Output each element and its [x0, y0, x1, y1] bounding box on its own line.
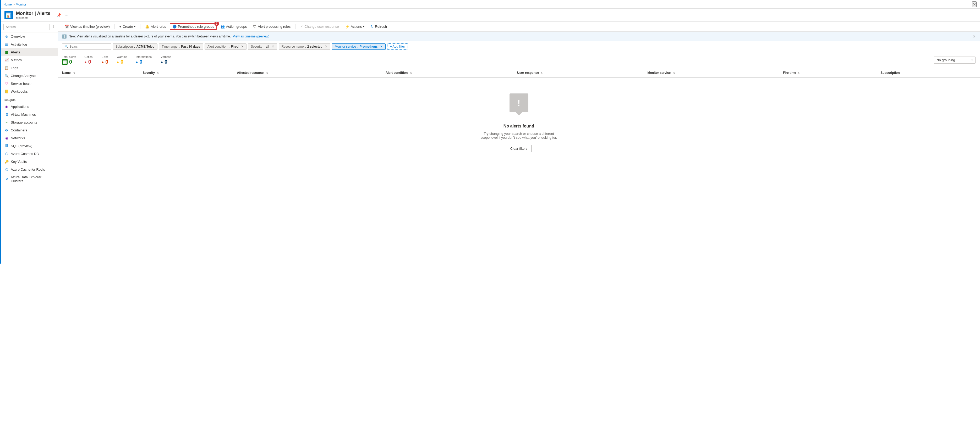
sidebar-item-overview[interactable]: ⊙ Overview [0, 32, 57, 40]
resource-name-filter-chip[interactable]: Resource name : 2 selected ✕ [279, 43, 330, 50]
sidebar-item-metrics[interactable]: 📈 Metrics [0, 56, 57, 64]
sidebar-item-alerts[interactable]: ▦ Alerts [0, 48, 57, 56]
add-filter-button[interactable]: + Add filter [387, 43, 408, 50]
lightning-icon: ⚡ [345, 25, 350, 29]
sidebar-item-azure-data-explorer[interactable]: ↗ Azure Data Explorer Clusters [0, 173, 57, 185]
time-range-filter-chip[interactable]: Time range : Past 30 days [159, 43, 203, 50]
total-icon: ▦ [62, 59, 68, 65]
breadcrumb-monitor[interactable]: Monitor [16, 3, 26, 6]
sort-fire-time-icon: ↑↓ [798, 71, 800, 74]
severity-filter-chip[interactable]: Severity : all ✕ [248, 43, 277, 50]
monitor-service-filter-chip[interactable]: Monitor service : Prometheus ✕ [332, 43, 386, 50]
search-input[interactable] [69, 45, 109, 48]
warning-value: ● 0 [116, 59, 127, 65]
alert-processing-icon: 🛡 [253, 25, 256, 29]
clear-filters-button[interactable]: Clear filters [506, 145, 532, 152]
stats-bar: Total alerts ▦ 0 Critical ● 0 Error [58, 52, 980, 68]
sidebar-item-sql-preview[interactable]: 🗄 SQL (preview) [0, 142, 57, 150]
prometheus-rule-groups-button[interactable]: 🔵 Prometheus rule groups [170, 23, 217, 30]
info-banner: ℹ️ New: View alerts visualized on a time… [58, 32, 980, 41]
pin-button[interactable]: 📌 [56, 12, 62, 18]
alert-condition-filter-chip[interactable]: Alert condition : Fired ✕ [205, 43, 247, 50]
stat-error: Error ● 0 [102, 55, 108, 65]
sidebar-item-storage-accounts[interactable]: ≡ Storage accounts [0, 118, 57, 126]
sort-alert-condition-icon: ↑↓ [410, 71, 412, 74]
sort-affected-resource-icon: ↑↓ [266, 71, 268, 74]
create-button[interactable]: + Create ▾ [117, 23, 138, 30]
action-groups-button[interactable]: 👥 Action groups [218, 23, 250, 30]
alert-rules-button[interactable]: 🔔 Alert rules [143, 23, 169, 30]
resource-name-close-icon[interactable]: ✕ [325, 45, 328, 48]
sidebar-item-azure-cache[interactable]: ⬡ Azure Cache for Redis [0, 165, 57, 173]
grouping-dropdown[interactable]: No grouping ▾ [934, 57, 975, 63]
sidebar-item-key-vaults[interactable]: 🔑 Key Vaults [0, 158, 57, 165]
actions-button[interactable]: ⚡ Actions ▾ [343, 23, 367, 30]
severity-label: Severity [251, 45, 262, 48]
info-banner-link[interactable]: View as timeline (preview) [233, 35, 269, 38]
containers-icon: ⚙ [5, 128, 9, 132]
change-user-response-button[interactable]: ✓ Change user response [298, 23, 342, 30]
severity-close-icon[interactable]: ✕ [272, 45, 274, 48]
sidebar-item-containers[interactable]: ⚙ Containers [0, 126, 57, 134]
metrics-icon: 📈 [5, 58, 9, 62]
storage-accounts-icon: ≡ [5, 120, 9, 124]
alert-condition-close-icon[interactable]: ✕ [241, 45, 243, 48]
critical-label: Critical [84, 55, 93, 59]
create-icon: + [119, 25, 122, 29]
sidebar-item-cosmos-db[interactable]: ⬡ Azure Cosmos DB [0, 150, 57, 158]
sidebar-item-activity-log[interactable]: ☰ Activity log [0, 40, 57, 48]
stat-total: Total alerts ▦ 0 [62, 55, 76, 65]
alert-processing-rules-button[interactable]: 🛡 Alert processing rules [250, 23, 293, 30]
sidebar-item-service-health[interactable]: ♡ Service health [0, 79, 57, 87]
monitor-service-close-icon[interactable]: ✕ [380, 45, 383, 48]
search-filter[interactable]: 🔍 [62, 43, 111, 50]
table-header-row: Name ↑↓ Severity ↑↓ Affected resource ↑↓ [58, 68, 980, 78]
sidebar-search-input[interactable] [3, 24, 50, 30]
col-alert-condition[interactable]: Alert condition ↑↓ [382, 68, 513, 78]
resource-name-label: Resource name [282, 45, 304, 48]
col-severity[interactable]: Severity ↑↓ [138, 68, 232, 78]
applications-icon: ◉ [5, 105, 9, 109]
page-header: 📊 Monitor | Alerts Microsoft 📌 ··· [0, 9, 980, 22]
error-icon: ● [102, 60, 104, 64]
stat-critical: Critical ● 0 [84, 55, 93, 65]
informational-value: ● 0 [136, 59, 153, 65]
sidebar-collapse-button[interactable]: 《 [51, 25, 54, 29]
more-button[interactable]: ··· [64, 12, 69, 18]
azure-data-explorer-icon: ↗ [5, 177, 9, 181]
col-subscription[interactable]: Subscription [876, 68, 980, 78]
sidebar-item-change-analysis[interactable]: 🔍 Change Analysis [0, 72, 57, 79]
col-user-response[interactable]: User response ↑↓ [513, 68, 643, 78]
col-fire-time[interactable]: Fire time ↑↓ [779, 68, 876, 78]
col-name[interactable]: Name ↑↓ [58, 68, 138, 78]
alerts-table: Name ↑↓ Severity ↑↓ Affected resource ↑↓ [58, 68, 980, 78]
activity-log-icon: ☰ [5, 42, 9, 46]
close-button[interactable]: ✕ [972, 1, 977, 7]
view-timeline-button[interactable]: 📅 View as timeline (preview) [62, 23, 112, 30]
sidebar-item-workbooks[interactable]: 📒 Workbooks [0, 87, 57, 95]
verbose-icon: ● [161, 60, 163, 64]
time-range-value: Past 30 days [181, 45, 200, 48]
sidebar-item-networks[interactable]: ◉ Networks [0, 134, 57, 142]
networks-icon: ◉ [5, 136, 9, 140]
subscription-filter-chip[interactable]: Subscription : ACME Telco [113, 43, 158, 50]
sidebar-item-logs[interactable]: 📋 Logs [0, 64, 57, 72]
page-subtitle: Microsoft [16, 16, 50, 19]
service-health-icon: ♡ [5, 81, 9, 86]
empty-state-exclaim: ! [517, 98, 520, 108]
col-monitor-service[interactable]: Monitor service ↑↓ [643, 68, 778, 78]
breadcrumb-home[interactable]: Home [3, 3, 12, 6]
logs-icon: 📋 [5, 66, 9, 70]
search-icon: 🔍 [64, 45, 68, 48]
sidebar-item-virtual-machines[interactable]: 🖥 Virtual Machines [0, 111, 57, 118]
header-actions: 📌 ··· [56, 12, 69, 18]
col-affected-resource[interactable]: Affected resource ↑↓ [232, 68, 381, 78]
sidebar-item-applications[interactable]: ◉ Applications [0, 103, 57, 111]
severity-value: all [266, 45, 269, 48]
overview-icon: ⊙ [5, 34, 9, 38]
refresh-button[interactable]: ↻ Refresh [368, 23, 390, 30]
informational-icon: ● [136, 60, 138, 64]
sort-severity-icon: ↑↓ [157, 71, 159, 74]
info-banner-close-button[interactable]: ✕ [973, 35, 975, 38]
virtual-machines-icon: 🖥 [5, 112, 9, 116]
